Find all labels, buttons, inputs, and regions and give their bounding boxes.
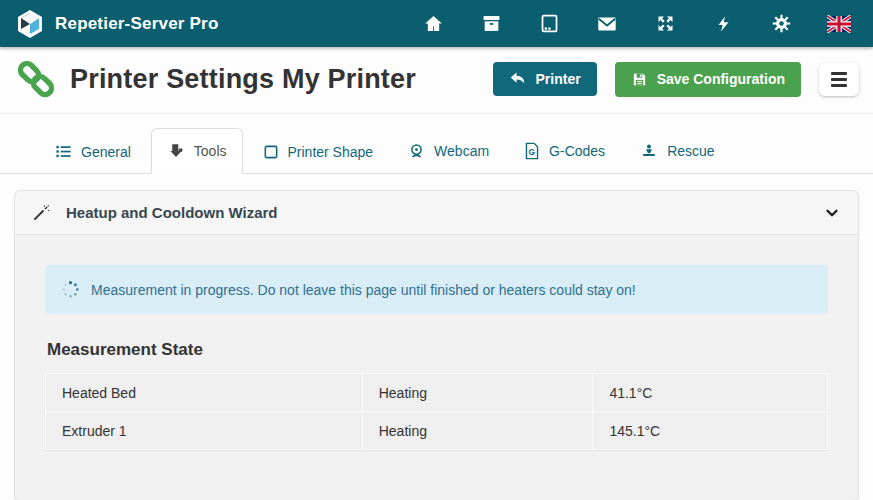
temperature-cell: 145.1°C bbox=[593, 412, 828, 450]
settings-tabs: General Tools Printer Shape bbox=[0, 114, 873, 174]
tab-webcam-label: Webcam bbox=[434, 143, 489, 159]
messages-icon[interactable] bbox=[595, 12, 619, 36]
save-configuration-button[interactable]: Save Configuration bbox=[615, 62, 801, 97]
brand-title: Repetier-Server Pro bbox=[55, 14, 218, 34]
heatup-wizard-panel: Heatup and Cooldown Wizard bbox=[14, 190, 859, 500]
shape-square-icon bbox=[263, 144, 279, 160]
tab-gcodes-label: G-Codes bbox=[549, 143, 605, 159]
magic-wand-icon bbox=[32, 203, 51, 222]
top-navbar: Repetier-Server Pro bbox=[0, 0, 873, 47]
header-actions: Printer Save Configuration bbox=[493, 62, 859, 97]
tab-tools[interactable]: Tools bbox=[151, 128, 243, 174]
state-cell: Heating bbox=[362, 412, 593, 450]
fullscreen-icon[interactable] bbox=[653, 12, 677, 36]
table-row-extruder-1: Extruder 1 Heating 145.1°C bbox=[46, 412, 828, 450]
home-icon[interactable] bbox=[421, 12, 445, 36]
measurement-state-heading: Measurement State bbox=[47, 340, 828, 360]
navbar-icon-menu bbox=[421, 12, 857, 36]
tab-rescue[interactable]: Rescue bbox=[625, 129, 729, 173]
table-row-heated-bed: Heated Bed Heating 41.1°C bbox=[46, 374, 828, 412]
back-to-printer-label: Printer bbox=[536, 71, 581, 87]
device-cell: Extruder 1 bbox=[46, 412, 363, 450]
state-cell: Heating bbox=[362, 374, 593, 412]
printer-box-icon[interactable] bbox=[479, 12, 503, 36]
global-settings-icon[interactable] bbox=[769, 12, 793, 36]
device-cell: Heated Bed bbox=[46, 374, 363, 412]
tab-tools-label: Tools bbox=[194, 143, 227, 159]
rescue-icon bbox=[640, 142, 658, 160]
back-arrow-icon bbox=[509, 71, 527, 87]
page-header: Printer Settings My Printer Printer S bbox=[0, 47, 873, 114]
heatup-wizard-panel-header[interactable]: Heatup and Cooldown Wizard bbox=[15, 191, 858, 235]
tab-printer-shape[interactable]: Printer Shape bbox=[248, 131, 389, 173]
menu-button[interactable] bbox=[819, 63, 859, 96]
gcode-file-icon: G bbox=[524, 142, 540, 160]
panel-body: Measurement in progress. Do not leave th… bbox=[15, 235, 858, 500]
chevron-down-icon[interactable] bbox=[823, 204, 841, 222]
panel-title: Heatup and Cooldown Wizard bbox=[66, 204, 278, 221]
brand[interactable]: Repetier-Server Pro bbox=[16, 9, 218, 39]
list-icon bbox=[55, 143, 72, 160]
svg-text:G: G bbox=[529, 147, 535, 157]
temperature-cell: 41.1°C bbox=[593, 374, 828, 412]
save-configuration-label: Save Configuration bbox=[657, 71, 785, 87]
repetier-logo-icon bbox=[16, 9, 44, 39]
app-root: Repetier-Server Pro bbox=[0, 0, 873, 500]
tab-webcam[interactable]: Webcam bbox=[393, 129, 504, 173]
tab-gcodes[interactable]: G G-Codes bbox=[509, 129, 620, 173]
quick-commands-icon[interactable] bbox=[711, 12, 735, 36]
back-to-printer-button[interactable]: Printer bbox=[493, 62, 597, 96]
save-icon bbox=[631, 71, 648, 88]
webcam-icon bbox=[408, 142, 425, 160]
language-flag-uk-icon[interactable] bbox=[827, 12, 851, 36]
hamburger-icon bbox=[831, 72, 847, 75]
tab-general-label: General bbox=[81, 144, 131, 160]
tab-printer-shape-label: Printer Shape bbox=[288, 144, 374, 160]
connection-link-icon bbox=[14, 57, 58, 101]
page-title: Printer Settings My Printer bbox=[70, 64, 416, 95]
touchscreen-icon[interactable] bbox=[537, 12, 561, 36]
measurement-table: Heated Bed Heating 41.1°C Extruder 1 Hea… bbox=[45, 373, 828, 450]
tab-general[interactable]: General bbox=[40, 130, 146, 173]
extruder-icon bbox=[167, 142, 185, 160]
alert-text: Measurement in progress. Do not leave th… bbox=[91, 282, 636, 298]
tab-rescue-label: Rescue bbox=[667, 143, 714, 159]
spinner-icon bbox=[61, 280, 80, 299]
measurement-progress-alert: Measurement in progress. Do not leave th… bbox=[45, 265, 828, 314]
